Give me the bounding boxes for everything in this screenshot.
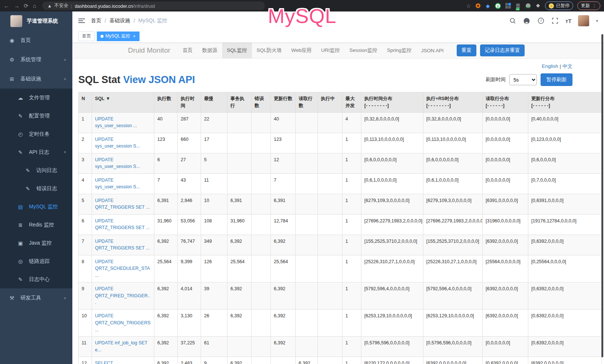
sql-detail-link[interactable]: UPDATE QRTZ_CRON_TRIGGERS... [95,313,151,332]
sidebar-item-API 日志[interactable]: ✎API 日志∧ [0,143,72,161]
tag-MySQL 监控[interactable]: MySQL 监控× [97,32,139,41]
language-switch: English|中文 [78,63,601,70]
druid-tab-SQL防火墙[interactable]: SQL防火墙 [252,43,287,58]
reload-icon[interactable]: ⟳ [24,3,29,9]
column-header-3[interactable]: 执行时间 [178,92,201,113]
vertical-scrollbar[interactable] [601,34,603,357]
sidebar-item-配置管理[interactable]: ✎配置管理 [0,107,72,125]
cell: 31,960 [154,214,178,235]
column-header-10[interactable]: 最大并发 [342,92,361,113]
sql-detail-link[interactable]: UPDATE sys_user_session S... [95,178,140,190]
sql-detail-link[interactable]: UPDATE inf_job_log SET e... [95,340,147,353]
column-header-11[interactable]: 执行时间分布 [- - - - - - - -] [361,92,423,113]
sidebar-item-系统管理[interactable]: ⚙系统管理∨ [0,50,72,69]
brand-logo[interactable]: 芋道管理系统 [0,11,72,31]
extension-list-icon[interactable]: ☰on [515,3,521,9]
cell: 6,392 [154,282,178,309]
extension-grid-icon[interactable] [505,3,511,9]
home-icon[interactable]: ⌂ [33,3,36,9]
column-header-9[interactable]: 执行中 [318,92,342,113]
column-header-7[interactable]: 更新行数 [271,92,296,113]
column-header-1[interactable]: SQL ▼ [92,92,154,113]
sql-detail-link[interactable]: UPDATE QRTZ_TRIGGERS SET ... [95,218,150,231]
extension-donut-icon[interactable] [475,3,481,9]
sidebar-item-文件管理[interactable]: ☁文件管理 [0,89,72,107]
sidebar-item-日志中心[interactable]: ✎日志中心 [0,270,72,288]
column-header-12[interactable]: 执行+RS时分布 [- - - - - - - -] [423,92,483,113]
breadcrumb-item[interactable]: 基础设施 [109,17,130,24]
cell: 4 [79,173,92,194]
sql-detail-link[interactable]: UPDATE sys_user_session S... [95,157,140,169]
druid-tab-首页[interactable]: 首页 [178,43,197,58]
search-icon[interactable] [509,17,516,24]
sidebar-item-定时任务[interactable]: ◴定时任务 [0,125,72,143]
sidebar-item-基础设施[interactable]: ⊞基础设施∧ [0,69,72,89]
sidebar-item-Java 监控[interactable]: ▣Java 监控 [0,234,72,252]
fullscreen-icon[interactable] [551,17,559,24]
column-header-2[interactable]: 执行数 [154,92,178,113]
lang-english-link[interactable]: English [542,63,558,69]
druid-tab-Spring监控[interactable]: Spring监控 [382,43,416,58]
column-header-8[interactable]: 读取行数 [296,92,318,113]
sidebar-item-错误日志[interactable]: ✎错误日志 [0,179,72,198]
sidebar-item-链路追踪[interactable]: ◎链路追踪 [0,252,72,270]
bookmark-star-icon[interactable]: ☆ [466,3,471,9]
chevron-down-icon[interactable]: ▾ [596,19,598,23]
back-icon[interactable]: ← [4,3,9,9]
lang-chinese-link[interactable]: 中文 [562,63,572,69]
user-avatar[interactable] [578,15,589,26]
sql-detail-link[interactable]: UPDATE QRTZ_TRIGGERS SET ... [95,239,150,251]
extensions-puzzle-icon[interactable]: ❖ [535,3,541,9]
druid-tab-JSON API[interactable]: JSON API [416,43,449,58]
column-header-0[interactable]: N [79,92,92,113]
address-bar[interactable]: ▲ 不安全 | dashboard.yudao.iocoder.cn/infra… [42,1,265,10]
help-icon[interactable]: ? [537,17,545,24]
tag-首页[interactable]: 首页 [78,32,95,41]
font-size-icon[interactable]: тT [565,18,572,24]
reset-button[interactable]: 重置 [457,44,476,56]
sidebar-item-研发工具[interactable]: ⚒研发工具∨ [0,288,72,308]
pause-refresh-button[interactable]: 暂停刷新 [541,73,572,86]
cell: 287 [178,112,201,133]
cell: UPDATE sys_user_session ... [92,112,154,133]
hamburger-icon[interactable] [78,19,85,23]
column-header-13[interactable]: 读取行分布 [- - - - - -] [483,92,528,113]
breadcrumb-item[interactable]: 首页 [91,17,101,24]
extension-gem-icon[interactable]: ◆ [485,3,491,9]
emoji-face-icon: ☺ [549,3,554,9]
druid-tab-URI监控[interactable]: URI监控 [316,43,345,58]
sql-detail-link[interactable]: SELECT TRIGGER_STATE [95,361,133,364]
update-pill[interactable]: 更新⋮ [577,1,600,10]
forward-icon[interactable]: → [14,3,19,9]
tag-close-icon[interactable]: × [133,33,136,39]
column-header-14[interactable]: 更新行分布 [- - - - - -] [528,92,602,113]
cell: 123 [154,133,178,153]
sidebar-item-首页[interactable]: ◉首页 [0,31,72,50]
column-header-6[interactable]: 错误数 [252,92,271,113]
druid-tab-Web应用[interactable]: Web应用 [286,43,316,58]
sql-detail-link[interactable]: UPDATE QRTZ_TRIGGERS SET ... [95,198,150,210]
extension-bot-icon[interactable] [525,3,531,9]
paused-pill[interactable]: ☺已暂停 [545,1,573,10]
column-header-5[interactable]: 事务执行 [227,92,252,113]
refresh-interval-select[interactable]: 5s [509,74,537,85]
extension-y-icon[interactable]: y [495,3,501,9]
druid-tab-Session监控[interactable]: Session监控 [345,43,382,58]
druid-brand[interactable]: Druid Monitor [128,43,170,58]
log-and-reset-button[interactable]: 记录日志并重置 [480,44,525,56]
infra-icon: ⊞ [9,76,15,82]
cell: [6253,129,10,0,0,0,0,0] [361,310,423,337]
sql-detail-link[interactable]: UPDATE sys_user_session S... [95,137,140,149]
druid-tab-SQL监控[interactable]: SQL监控 [222,43,252,58]
github-icon[interactable] [523,17,531,24]
sidebar-item-label: Java 监控 [29,240,52,246]
sql-detail-link[interactable]: UPDATE QRTZ_FIRED_TRIGGER... [95,286,150,305]
view-json-api-link[interactable]: View JSON API [123,74,195,85]
sidebar-item-MySQL 监控[interactable]: ▤MySQL 监控 [0,198,72,216]
sidebar-item-Redis 监控[interactable]: ≣Redis 监控 [0,216,72,234]
sidebar-item-访问日志[interactable]: ✎访问日志 [0,161,72,179]
sql-detail-link[interactable]: UPDATE sys_user_session ... [95,116,137,129]
column-header-4[interactable]: 最慢 [201,92,227,113]
druid-tab-数据源[interactable]: 数据源 [197,43,222,58]
sql-detail-link[interactable]: UPDATE QRTZ_SCHEDULER_STA... [95,259,150,278]
